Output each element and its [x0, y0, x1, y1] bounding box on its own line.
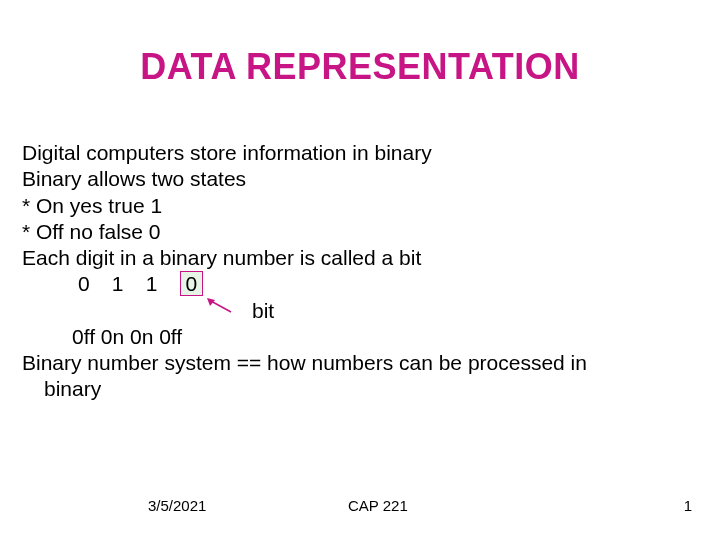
bit-2: 1	[112, 271, 140, 297]
footer-page: 1	[684, 497, 692, 514]
bit-label: bit	[22, 298, 700, 324]
bit-1: 0	[78, 271, 106, 297]
body-line-2: Binary allows two states	[22, 166, 700, 192]
body-line-4: * Off no false 0	[22, 219, 700, 245]
footer-date: 3/5/2021	[148, 497, 206, 514]
body-line-1: Digital computers store information in b…	[22, 140, 700, 166]
body-line-3: * On yes true 1	[22, 193, 700, 219]
slide-body: Digital computers store information in b…	[22, 140, 700, 403]
closing-line-a: Binary number system == how numbers can …	[22, 350, 700, 376]
footer-course: CAP 221	[348, 497, 408, 514]
closing-line-b: binary	[22, 376, 700, 402]
bits-row: 0 1 1 0	[22, 271, 700, 297]
slide: DATA REPRESENTATION Digital computers st…	[0, 0, 720, 540]
onoff-row: 0ff 0n 0n 0ff	[22, 324, 700, 350]
body-line-5: Each digit in a binary number is called …	[22, 245, 700, 271]
bit-3: 1	[146, 271, 174, 297]
slide-title: DATA REPRESENTATION	[0, 46, 720, 88]
bit-4-highlight: 0	[180, 271, 204, 296]
